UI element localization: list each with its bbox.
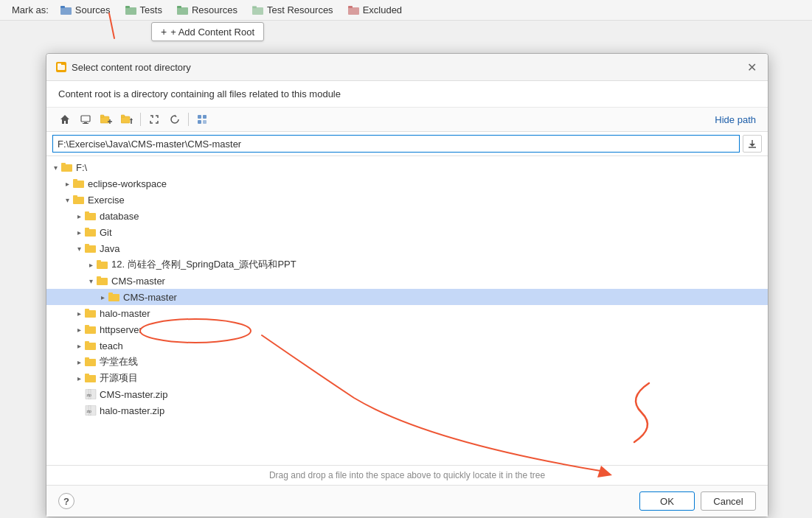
mark-sources-button[interactable]: Sources	[55, 3, 117, 17]
tree-item-git[interactable]: Git	[46, 224, 768, 240]
folder-svg-cms-inner	[108, 292, 120, 302]
svg-rect-57	[85, 357, 89, 360]
tree-item-f-root[interactable]: F:\	[46, 159, 768, 175]
toggle-halo[interactable]	[73, 305, 85, 321]
tree-item-teach[interactable]: teach	[46, 337, 768, 354]
path-input-area	[46, 132, 768, 156]
path-input[interactable]	[52, 135, 740, 153]
svg-rect-21	[121, 116, 130, 123]
folder-icon-git	[85, 227, 97, 237]
dialog-footer: ? OK Cancel	[46, 485, 768, 517]
tree-item-cms-outer[interactable]: CMS-master	[46, 273, 768, 289]
mark-as-label: Mark as:	[12, 4, 49, 15]
svg-rect-12	[58, 63, 61, 66]
download-button[interactable]	[743, 135, 762, 153]
svg-rect-9	[348, 6, 353, 8]
tree-item-halo[interactable]: halo-master	[46, 305, 768, 321]
tree-label-teach: teach	[100, 340, 123, 351]
refresh-button[interactable]	[165, 111, 184, 128]
svg-rect-43	[85, 244, 89, 246]
folder-svg-git	[85, 227, 97, 237]
tree-item-halo-zip[interactable]: zip halo-master.zip	[46, 402, 768, 419]
folder-svg-cms-outer	[97, 276, 108, 286]
ok-button[interactable]: OK	[639, 491, 695, 511]
home-button[interactable]	[55, 111, 74, 128]
sources-folder-icon	[60, 5, 72, 15]
svg-rect-44	[97, 262, 108, 269]
svg-text:zip: zip	[87, 409, 92, 413]
mark-excluded-button[interactable]: Excluded	[342, 3, 408, 17]
svg-text:zip: zip	[87, 393, 92, 397]
tree-label-eclipse: eclipse-workspace	[88, 178, 167, 189]
folder-icon-database	[85, 211, 97, 221]
svg-rect-34	[73, 181, 84, 188]
toggle-cms-inner[interactable]	[97, 289, 108, 305]
folder-svg-spring	[97, 259, 108, 270]
tree-label-cms-zip: CMS-master.zip	[100, 389, 167, 400]
mark-test-resources-button[interactable]: Test Resources	[246, 3, 339, 17]
close-button[interactable]: ✕	[744, 60, 759, 74]
mark-tests-button[interactable]: Tests	[119, 3, 168, 17]
mark-as-toolbar: Mark as: Sources Tests Resources Test Re…	[0, 0, 812, 21]
tests-folder-icon	[125, 5, 137, 15]
toggle-database[interactable]	[73, 208, 85, 224]
svg-rect-37	[73, 195, 77, 197]
tree-item-xuetang[interactable]: 学堂在线	[46, 354, 768, 370]
svg-rect-11	[58, 65, 65, 70]
svg-rect-33	[61, 163, 66, 165]
toggle-eclipse[interactable]	[61, 175, 73, 192]
mark-resources-button[interactable]: Resources	[171, 3, 243, 17]
file-tree-container[interactable]: F:\ eclipse-workspace	[46, 156, 768, 465]
toggle-cms-outer[interactable]	[85, 273, 97, 289]
tree-label-httpserver: httpserver	[100, 324, 142, 335]
svg-rect-5	[177, 6, 181, 8]
svg-rect-48	[108, 294, 119, 301]
folder-icon-f-root	[61, 162, 73, 172]
svg-marker-23	[130, 118, 133, 124]
new-folder-button[interactable]	[97, 111, 116, 128]
svg-rect-1	[60, 6, 65, 8]
tree-item-database[interactable]: database	[46, 208, 768, 224]
svg-rect-7	[252, 6, 257, 8]
toggle-exercise[interactable]	[61, 192, 73, 208]
toolbar-separator-2	[188, 113, 189, 126]
tree-item-exercise[interactable]: Exercise	[46, 192, 768, 208]
svg-rect-51	[85, 309, 89, 311]
tree-item-java[interactable]: Java	[46, 240, 768, 256]
toggle-kaiyuan[interactable]	[73, 370, 85, 386]
toggle-httpserver[interactable]	[73, 321, 85, 337]
toggle-f-root[interactable]	[49, 159, 61, 175]
toggle-xuetang[interactable]	[73, 354, 85, 370]
desktop-icon	[80, 114, 91, 125]
toggle-teach[interactable]	[73, 337, 85, 354]
svg-rect-27	[198, 120, 201, 124]
tree-label-git: Git	[100, 227, 112, 238]
svg-rect-22	[121, 115, 125, 117]
svg-marker-30	[749, 144, 755, 147]
hide-path-button[interactable]: Hide path	[712, 113, 759, 127]
toggle-spring[interactable]	[85, 256, 97, 273]
folder-icon-cms-inner	[108, 292, 120, 302]
expand-button[interactable]	[145, 111, 164, 128]
module-button[interactable]	[192, 111, 212, 128]
tree-item-cms-zip[interactable]: zip CMS-master.zip	[46, 386, 768, 402]
folder-svg-exercise	[73, 195, 85, 205]
folder-icon-spring	[97, 259, 108, 270]
up-button[interactable]	[117, 111, 136, 128]
add-content-root-button[interactable]: + + Add Content Root	[151, 22, 264, 41]
svg-rect-50	[85, 310, 96, 318]
toggle-java[interactable]	[73, 240, 85, 256]
desktop-button[interactable]	[76, 111, 95, 128]
tree-item-eclipse[interactable]: eclipse-workspace	[46, 175, 768, 192]
toggle-git[interactable]	[73, 224, 85, 240]
folder-svg-teach	[85, 340, 97, 351]
help-button[interactable]: ?	[58, 493, 74, 509]
cancel-button[interactable]: Cancel	[701, 491, 756, 511]
tree-item-spring[interactable]: 12. 尚硅谷_佟刚_SpringData_源代码和PPT	[46, 256, 768, 273]
svg-rect-35	[73, 179, 77, 181]
module-icon	[197, 114, 207, 125]
tree-item-kaiyuan[interactable]: 开源项目	[46, 370, 768, 386]
tree-item-cms-inner[interactable]: CMS-master	[46, 289, 768, 305]
tree-item-httpserver[interactable]: httpserver	[46, 321, 768, 337]
svg-rect-4	[177, 7, 188, 15]
